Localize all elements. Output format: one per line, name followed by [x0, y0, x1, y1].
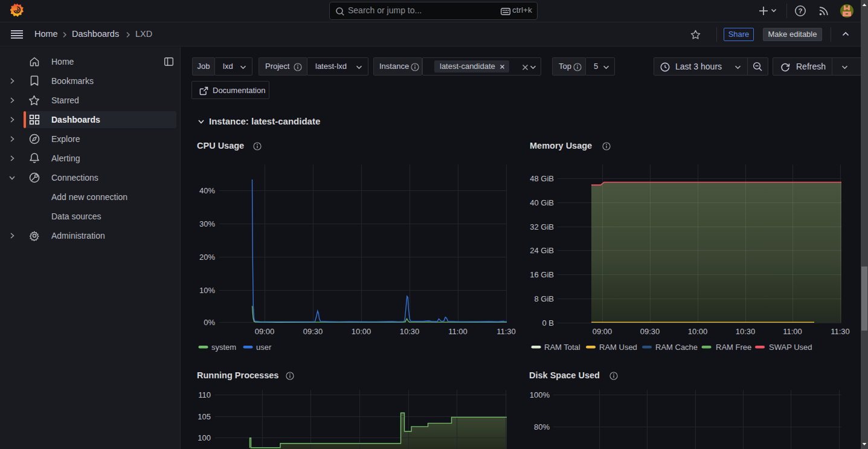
svg-text:30%: 30% — [199, 219, 215, 228]
svg-text:09:30: 09:30 — [303, 327, 323, 336]
svg-text:?: ? — [798, 7, 802, 15]
svg-text:0%: 0% — [204, 318, 215, 327]
svg-text:system: system — [211, 343, 236, 352]
svg-text:80%: 80% — [534, 422, 550, 431]
svg-text:10%: 10% — [199, 286, 215, 295]
svg-text:RAM Free: RAM Free — [716, 343, 751, 352]
svg-text:10:00: 10:00 — [688, 327, 708, 336]
svg-text:RAM Cache: RAM Cache — [655, 343, 698, 352]
svg-text:8 GiB: 8 GiB — [534, 294, 554, 303]
svg-text:SWAP Used: SWAP Used — [769, 343, 812, 352]
svg-text:40 GiB: 40 GiB — [530, 198, 554, 207]
svg-text:11:30: 11:30 — [831, 327, 850, 336]
svg-text:09:00: 09:00 — [255, 327, 275, 336]
svg-text:24 GiB: 24 GiB — [530, 246, 554, 255]
svg-text:10:00: 10:00 — [352, 327, 371, 336]
svg-text:RAM Total: RAM Total — [544, 343, 580, 352]
svg-text:20%: 20% — [199, 253, 215, 262]
svg-text:0 B: 0 B — [542, 318, 554, 328]
svg-text:10:30: 10:30 — [736, 327, 756, 336]
svg-text:40%: 40% — [199, 186, 215, 195]
svg-text:11:00: 11:00 — [783, 327, 802, 336]
svg-text:user: user — [256, 343, 272, 352]
svg-text:11:00: 11:00 — [448, 327, 468, 336]
svg-text:11:30: 11:30 — [497, 327, 516, 336]
svg-text:10:30: 10:30 — [400, 327, 420, 336]
svg-text:100: 100 — [198, 433, 211, 442]
svg-text:09:00: 09:00 — [593, 327, 612, 336]
svg-text:48 GiB: 48 GiB — [530, 174, 554, 183]
svg-text:32 GiB: 32 GiB — [530, 222, 554, 231]
svg-text:110: 110 — [198, 390, 211, 399]
svg-text:100%: 100% — [530, 390, 550, 399]
svg-text:16 GiB: 16 GiB — [530, 270, 554, 279]
svg-text:09:30: 09:30 — [640, 327, 660, 336]
svg-text:RAM Used: RAM Used — [599, 343, 637, 352]
svg-text:105: 105 — [198, 412, 211, 421]
